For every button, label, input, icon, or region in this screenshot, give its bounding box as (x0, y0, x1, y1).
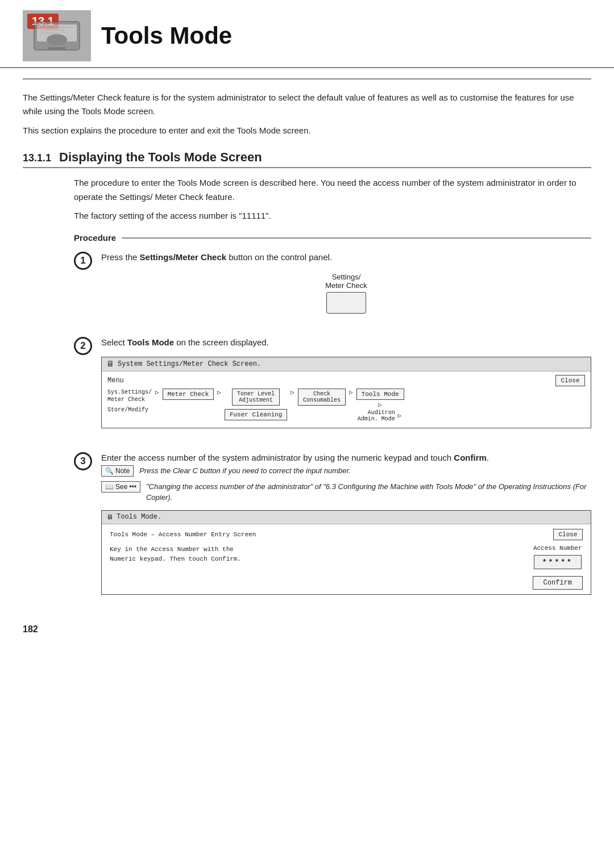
step-1-bold: Settings/Meter Check (140, 252, 227, 262)
screen1-mockup: 🖥 System Settings/Meter Check Screen. Me… (101, 357, 591, 428)
screen2-access-col: Access Number ***** Confirm (533, 545, 583, 590)
main-content: The Settings/Meter Check feature is for … (0, 91, 614, 602)
screen2-body: Tools Mode – Access Number Entry Screen … (102, 524, 591, 594)
note-label-1: Note (115, 467, 130, 475)
arrow1: ▷ (155, 389, 159, 396)
step-3-content: Enter the access number of the system ad… (101, 451, 591, 602)
screen1-toner-btn[interactable]: Toner LevelAdjustment (232, 389, 280, 406)
step-3-bold: Confirm (454, 453, 487, 462)
desc-para1: The procedure to enter the Tools Mode sc… (74, 176, 591, 205)
note-text-1: Press the Clear C button if you need to … (139, 465, 351, 477)
screen2-subtitle: Tools Mode – Access Number Entry Screen (110, 531, 256, 538)
procedure-line (122, 237, 591, 239)
arrow4: ▷ (349, 389, 353, 396)
step-1-text: Press the Settings/Meter Check button on… (101, 251, 591, 265)
screen2-instruction: Key in the Access Number with the Numeri… (110, 545, 241, 565)
screen1-menu: Menu (107, 377, 124, 385)
screen2-mockup: 🖥 Tools Mode. Tools Mode – Access Number… (101, 510, 591, 595)
step-3: 3 Enter the access number of the system … (74, 451, 591, 602)
screen1-sys-settings: Sys.Settings/Meter Check (107, 389, 152, 403)
screen1-icon: 🖥 (106, 360, 114, 369)
procedure-bar: Procedure (74, 233, 591, 243)
step-2-text: Select Tools Mode on the screen displaye… (101, 336, 591, 350)
arrow5: ▷ (378, 401, 382, 408)
screen1-tools-col: Tools Mode ▷ AuditronAdmin. Mode ▷ (356, 389, 404, 422)
arrow2: ▷ (217, 389, 221, 396)
step-2-content: Select Tools Mode on the screen displaye… (101, 336, 591, 439)
step-3-circle: 3 (74, 452, 92, 470)
section-number: 13.1.1 (23, 152, 51, 164)
settings-btn-visual (326, 292, 366, 314)
see-dots: ••• (129, 483, 136, 491)
see-row-1: 📖 See ••• "Changing the access number of… (101, 481, 591, 503)
procedure-label: Procedure (74, 233, 116, 243)
screen1-store-modify: Store/Modify (107, 407, 152, 413)
section-title: Displaying the Tools Mode Screen (59, 150, 262, 165)
chapter-icon-box: 13.1 (23, 10, 91, 61)
screen1-check-col: CheckConsumables (298, 389, 346, 406)
note-icon-1: 🔍 (105, 467, 114, 475)
screen1-titlebar: 🖥 System Settings/Meter Check Screen. (102, 357, 591, 372)
settings-btn-container: Settings/ Meter Check (101, 273, 591, 315)
screen1-menurow: Menu Close (107, 375, 585, 386)
screen2-titlebar: 🖥 Tools Mode. (102, 511, 591, 524)
svg-rect-6 (48, 47, 65, 49)
screen1-close-btn[interactable]: Close (555, 375, 585, 386)
screen2-icon: 🖥 (106, 513, 113, 521)
screen1-meter-col: Meter Check (163, 389, 214, 400)
screen1-auditron: AuditronAdmin. Mode ▷ (358, 410, 403, 422)
intro-para1: The Settings/Meter Check feature is for … (23, 91, 591, 118)
page-footer: 182 (0, 614, 614, 645)
intro-para2: This section explains the procedure to e… (23, 124, 591, 137)
step-1-content: Press the Settings/Meter Check button on… (101, 251, 591, 323)
screen1-check-btn[interactable]: CheckConsumables (298, 389, 346, 406)
screen1-body: Menu Close Sys.Settings/Meter Check Stor… (102, 372, 591, 428)
svg-point-2 (47, 34, 67, 45)
step-2-bold: Tools Mode (127, 337, 174, 347)
step-2-circle: 2 (74, 337, 92, 355)
note-badge-1: 🔍 Note (101, 465, 134, 477)
arrow3: ▷ (291, 389, 294, 396)
step-1-circle: 1 (74, 252, 92, 270)
screen2-header-row: Tools Mode – Access Number Entry Screen … (110, 529, 583, 540)
screen2-access-value: ***** (534, 555, 582, 569)
page-number: 182 (23, 624, 38, 634)
arrow6: ▷ (398, 412, 402, 419)
screen1-tools-btn[interactable]: Tools Mode (356, 389, 404, 400)
screen1-title: System Settings/Meter Check Screen. (118, 360, 261, 368)
screen1-meter-btn[interactable]: Meter Check (163, 389, 214, 400)
screen1-fuser-btn[interactable]: Fuser Cleaning (225, 409, 287, 420)
screen2-close-btn[interactable]: Close (553, 529, 583, 540)
screen1-sys-col: Sys.Settings/Meter Check Store/Modify (107, 389, 152, 413)
desc-para2: The factory setting of the access number… (74, 209, 591, 223)
step-3-text: Enter the access number of the system ad… (101, 451, 591, 465)
screen1-buttons-row: Sys.Settings/Meter Check Store/Modify ▷ … (107, 389, 585, 422)
note-row-1: 🔍 Note Press the Clear C button if you n… (101, 465, 591, 477)
see-label-1: See (115, 483, 127, 491)
header-icon (31, 16, 82, 56)
screen2-title: Tools Mode. (117, 513, 161, 521)
screen1-toner-col: Toner LevelAdjustment Fuser Cleaning (225, 389, 287, 420)
indented-content: The procedure to enter the Tools Mode sc… (23, 176, 591, 602)
screen2-confirm-btn[interactable]: Confirm (533, 576, 583, 590)
see-text-1: "Changing the access number of the admin… (146, 481, 591, 503)
screen1-auditron-label: AuditronAdmin. Mode (358, 410, 395, 422)
see-badge-1: 📖 See ••• (101, 481, 140, 493)
settings-btn-label: Settings/ Meter Check (101, 273, 591, 290)
step-1: 1 Press the Settings/Meter Check button … (74, 251, 591, 323)
screen2-access-label: Access Number (533, 545, 582, 552)
step-2: 2 Select Tools Mode on the screen displa… (74, 336, 591, 439)
header-divider (23, 78, 591, 80)
page-title: Tools Mode (101, 22, 232, 49)
see-icon-1: 📖 (105, 483, 114, 491)
screen2-main-row: Key in the Access Number with the Numeri… (110, 545, 583, 590)
page-header: 13.1 Tools Mode (0, 0, 614, 68)
section-heading: 13.1.1 Displaying the Tools Mode Screen (23, 150, 591, 168)
